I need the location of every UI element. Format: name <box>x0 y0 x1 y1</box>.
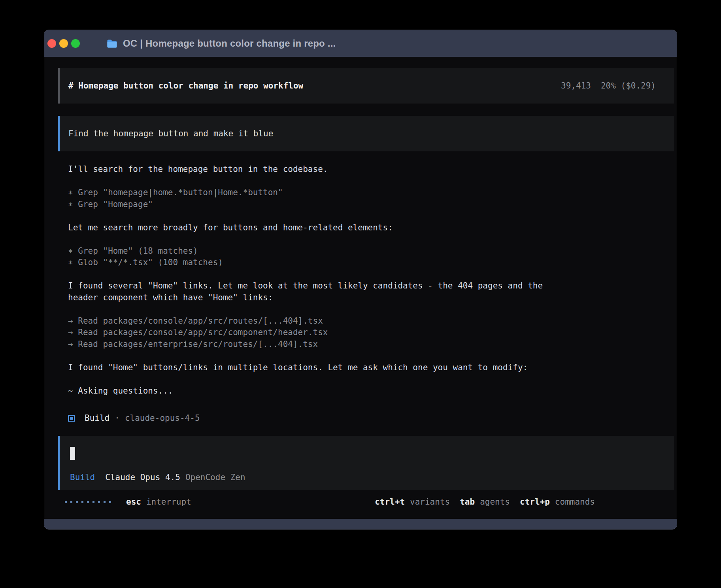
spinner-dot <box>98 501 100 503</box>
token-count: 39,413 <box>561 81 591 90</box>
input-meta: Build Claude Opus 4.5 OpenCode Zen <box>70 473 245 482</box>
spinner-dot <box>65 501 67 503</box>
blank-line <box>68 269 661 281</box>
agent-model: claude-opus-4-5 <box>125 413 200 423</box>
context-usage: 20% ($0.29) <box>601 81 656 90</box>
conversation-line: ∗ Grep "Homepage" <box>68 199 661 211</box>
terminal-content: # Homepage button color change in repo w… <box>44 57 677 519</box>
user-message: Find the homepage button and make it blu… <box>58 116 674 151</box>
input-model-label[interactable]: Claude Opus 4.5 <box>105 473 180 482</box>
window-titlebar[interactable]: OC | Homepage button color change in rep… <box>44 30 677 57</box>
session-header: # Homepage button color change in repo w… <box>58 68 674 104</box>
spinner-dot <box>109 501 111 503</box>
keybind-hint[interactable]: ctrl+tvariants <box>375 497 450 507</box>
hint-label: agents <box>480 497 510 507</box>
conversation-line: → Read packages/console/app/src/routes/[… <box>68 315 661 327</box>
conversation: I'll search for the homepage button in t… <box>68 164 661 397</box>
agent-name: Build <box>85 413 109 423</box>
hint-key: ctrl+p <box>520 497 550 507</box>
conversation-line: I found several "Home" links. Let me loo… <box>68 280 661 292</box>
keybind-hint[interactable]: ctrl+pcommands <box>520 497 595 507</box>
window-title: OC | Homepage button color change in rep… <box>123 38 336 49</box>
spinner-dot <box>70 501 72 503</box>
traffic-lights <box>47 39 80 48</box>
spinner-dot <box>81 501 83 503</box>
conversation-line: I found "Home" buttons/links in multiple… <box>68 362 661 374</box>
terminal-window: OC | Homepage button color change in rep… <box>44 30 677 529</box>
text-cursor <box>70 447 75 460</box>
blank-line <box>68 303 661 315</box>
blank-line <box>68 210 661 222</box>
conversation-line: I'll search for the homepage button in t… <box>68 164 661 175</box>
esc-key-hint[interactable]: esc <box>126 497 141 507</box>
conversation-line: → Read packages/console/app/src/componen… <box>68 327 661 339</box>
agent-separator: · <box>115 413 120 423</box>
agent-status-line: Build · claude-opus-4-5 <box>68 412 200 424</box>
conversation-line: ∗ Glob "**/*.tsx" (100 matches) <box>68 257 661 269</box>
hint-label: commands <box>555 497 595 507</box>
conversation-line: ∗ Grep "homepage|home.*button|Home.*butt… <box>68 187 661 199</box>
input-mode-label[interactable]: Build <box>70 473 95 482</box>
spinner-dot <box>76 501 78 503</box>
blank-line <box>68 373 661 385</box>
spinner-dots <box>65 501 111 503</box>
folder-icon <box>107 39 117 48</box>
blank-line <box>68 350 661 362</box>
zoom-window-button[interactable] <box>71 39 80 48</box>
close-window-button[interactable] <box>47 39 56 48</box>
blank-line <box>68 234 661 245</box>
keybind-hint[interactable]: tabagents <box>460 497 510 507</box>
prompt-input[interactable]: Build Claude Opus 4.5 OpenCode Zen <box>58 436 674 490</box>
status-bar: esc interrupt ctrl+tvariantstabagentsctr… <box>65 496 595 508</box>
status-bar-right: ctrl+tvariantstabagentsctrl+pcommands <box>375 497 595 507</box>
minimize-window-button[interactable] <box>59 39 68 48</box>
spinner-dot <box>92 501 94 503</box>
hint-key: tab <box>460 497 475 507</box>
input-provider-label: OpenCode Zen <box>185 473 245 482</box>
status-bar-left: esc interrupt <box>65 497 191 507</box>
conversation-line: ∗ Grep "Home" (18 matches) <box>68 245 661 257</box>
spinner-dot <box>104 501 106 503</box>
hint-key: ctrl+t <box>375 497 405 507</box>
build-agent-icon <box>68 415 75 422</box>
window-bottom-bar <box>44 519 677 529</box>
conversation-line: Let me search more broadly for buttons a… <box>68 222 661 234</box>
conversation-line: ~ Asking questions... <box>68 385 661 397</box>
conversation-line: → Read packages/enterprise/src/routes/[.… <box>68 339 661 351</box>
spinner-dot <box>87 501 89 503</box>
session-stats: 39,413 20% ($0.29) <box>561 81 656 90</box>
hint-label: variants <box>410 497 450 507</box>
conversation-line: header component which have "Home" links… <box>68 292 661 304</box>
blank-line <box>68 175 661 187</box>
user-message-text: Find the homepage button and make it blu… <box>68 129 273 138</box>
session-title: # Homepage button color change in repo w… <box>68 81 303 90</box>
esc-key-label: interrupt <box>146 497 191 507</box>
desktop-background: OC | Homepage button color change in rep… <box>0 0 721 588</box>
